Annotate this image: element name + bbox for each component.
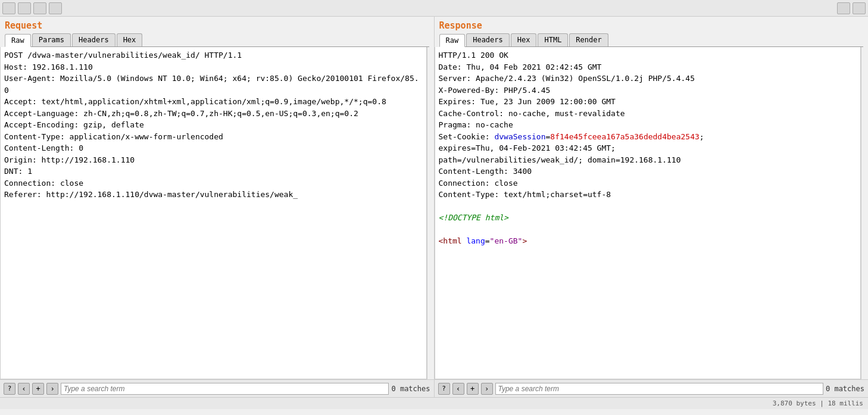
top-bar: ​ ​ ​ ​ ​ ​ (0, 0, 868, 17)
status-bar: 3,870 bytes | 18 millis (0, 397, 868, 409)
request-content-area[interactable]: POST /dvwa-master/vulnerabilities/weak_i… (0, 47, 427, 379)
main-container: Request Raw Params Headers Hex POST /dvw… (0, 17, 868, 397)
response-title: Response (439, 20, 864, 31)
response-tab-bar: Raw Headers Hex HTML Render (439, 33, 864, 47)
top-btn-right-2[interactable]: ​ (853, 2, 866, 14)
response-content-area[interactable]: HTTP/1.1 200 OK Date: Thu, 04 Feb 2021 0… (435, 47, 861, 379)
request-scrollbar[interactable] (427, 47, 434, 379)
top-btn-right-1[interactable]: ​ (837, 2, 850, 14)
request-tab-params[interactable]: Params (32, 33, 71, 46)
response-content-wrapper: HTTP/1.1 200 OK Date: Thu, 04 Feb 2021 0… (435, 47, 869, 379)
request-title: Request (5, 20, 429, 31)
request-search-match-count: 0 matches (391, 385, 430, 393)
request-tab-bar: Raw Params Headers Hex (5, 33, 429, 47)
request-search-input[interactable] (61, 383, 389, 395)
response-search-help-btn[interactable]: ? (438, 383, 450, 395)
response-tab-render[interactable]: Render (569, 33, 608, 46)
response-search-match-count: 0 matches (826, 385, 864, 393)
top-btn-3[interactable]: ​ (33, 2, 46, 14)
top-btn-4[interactable]: ​ (49, 2, 62, 14)
request-search-add-btn[interactable]: + (32, 383, 44, 395)
response-tab-raw[interactable]: Raw (439, 34, 466, 47)
response-search-input[interactable] (495, 383, 823, 395)
response-search-next-btn[interactable]: › (481, 383, 493, 395)
response-search-add-btn[interactable]: + (467, 383, 479, 395)
top-btn-1[interactable]: ​ (2, 2, 15, 14)
response-search-bar: ? ‹ + › 0 matches (435, 379, 869, 397)
response-scrollbar[interactable] (861, 47, 868, 379)
request-tab-headers[interactable]: Headers (72, 33, 115, 46)
request-pane: Request Raw Params Headers Hex POST /dvw… (0, 17, 435, 397)
top-btn-2[interactable]: ​ (18, 2, 31, 14)
request-tab-hex[interactable]: Hex (117, 33, 143, 46)
status-text: 3,870 bytes | 18 millis (773, 400, 863, 407)
response-header: Response Raw Headers Hex HTML Render (435, 17, 869, 47)
request-search-help-btn[interactable]: ? (4, 383, 15, 395)
response-pane: Response Raw Headers Hex HTML Render HTT… (435, 17, 869, 397)
response-tab-headers[interactable]: Headers (466, 33, 510, 46)
request-tab-raw[interactable]: Raw (5, 34, 31, 47)
response-tab-hex[interactable]: Hex (511, 33, 537, 46)
request-content-wrapper: POST /dvwa-master/vulnerabilities/weak_i… (0, 47, 434, 379)
request-search-prev-btn[interactable]: ‹ (18, 383, 30, 395)
request-search-bar: ? ‹ + › 0 matches (0, 379, 434, 397)
request-header: Request Raw Params Headers Hex (0, 17, 434, 47)
request-search-next-btn[interactable]: › (46, 383, 58, 395)
response-tab-html[interactable]: HTML (538, 33, 568, 46)
response-search-prev-btn[interactable]: ‹ (452, 383, 464, 395)
